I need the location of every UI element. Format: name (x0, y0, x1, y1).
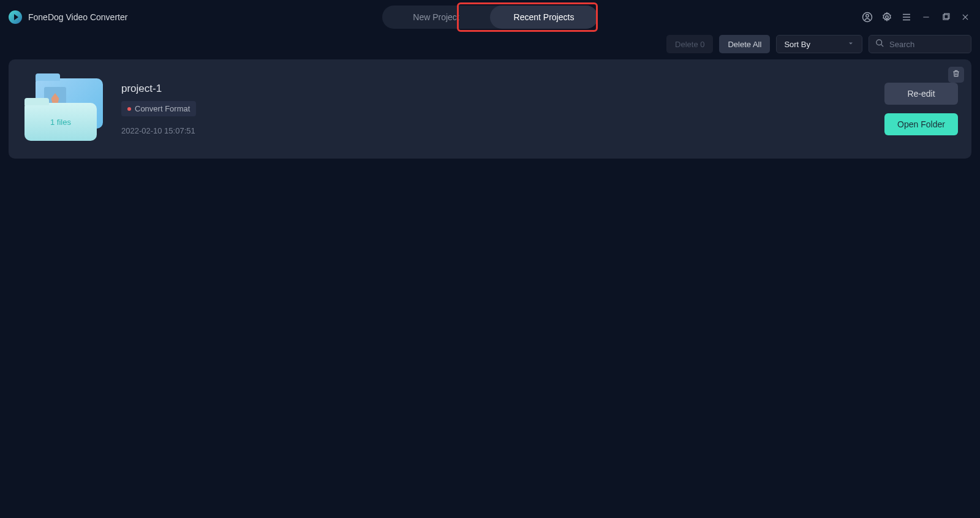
toolbar: Delete 0 Delete All Sort By (0, 34, 980, 54)
project-folder-icon: 1 files (24, 78, 104, 140)
project-tag-label: Convert Format (135, 104, 190, 113)
chevron-down-icon (847, 40, 854, 49)
project-info: project-1 Convert Format 2022-02-10 15:0… (121, 83, 196, 135)
reedit-button[interactable]: Re-edit (884, 83, 958, 105)
settings-icon[interactable] (881, 11, 893, 23)
app-logo-icon (9, 10, 22, 24)
user-icon[interactable] (861, 11, 873, 23)
tab-switcher: New Project Recent Projects (382, 6, 598, 29)
project-timestamp: 2022-02-10 15:07:51 (121, 126, 196, 135)
svg-point-1 (866, 14, 869, 17)
delete-selected-button[interactable]: Delete 0 (666, 35, 713, 53)
folder-files-label: 1 files (24, 103, 97, 141)
svg-point-2 (886, 15, 889, 18)
tab-recent-projects[interactable]: Recent Projects (490, 6, 598, 29)
svg-line-12 (881, 44, 883, 47)
logo-area: FoneDog Video Converter (9, 10, 127, 24)
status-dot-icon (127, 107, 131, 111)
sort-by-dropdown[interactable]: Sort By (776, 35, 862, 53)
trash-icon (952, 69, 960, 80)
sort-by-label: Sort By (784, 40, 810, 49)
project-actions: Re-edit Open Folder (884, 83, 958, 135)
search-icon (875, 39, 884, 50)
open-folder-button[interactable]: Open Folder (884, 113, 958, 135)
svg-point-11 (876, 39, 882, 45)
project-tag: Convert Format (121, 101, 196, 116)
content-area: 1 files project-1 Convert Format 2022-02… (0, 54, 980, 163)
search-box[interactable] (869, 35, 971, 53)
close-icon[interactable] (959, 11, 971, 23)
project-card: 1 files project-1 Convert Format 2022-02… (9, 59, 971, 159)
tab-new-project[interactable]: New Project (382, 6, 490, 29)
maximize-icon[interactable] (940, 11, 952, 23)
project-name: project-1 (121, 83, 196, 95)
search-input[interactable] (889, 40, 965, 49)
app-title: FoneDog Video Converter (28, 12, 127, 22)
titlebar: FoneDog Video Converter New Project Rece… (0, 0, 980, 34)
delete-all-button[interactable]: Delete All (719, 35, 770, 53)
minimize-icon[interactable] (920, 11, 932, 23)
delete-project-button[interactable] (948, 67, 964, 83)
window-controls (861, 11, 971, 23)
menu-icon[interactable] (900, 11, 913, 23)
